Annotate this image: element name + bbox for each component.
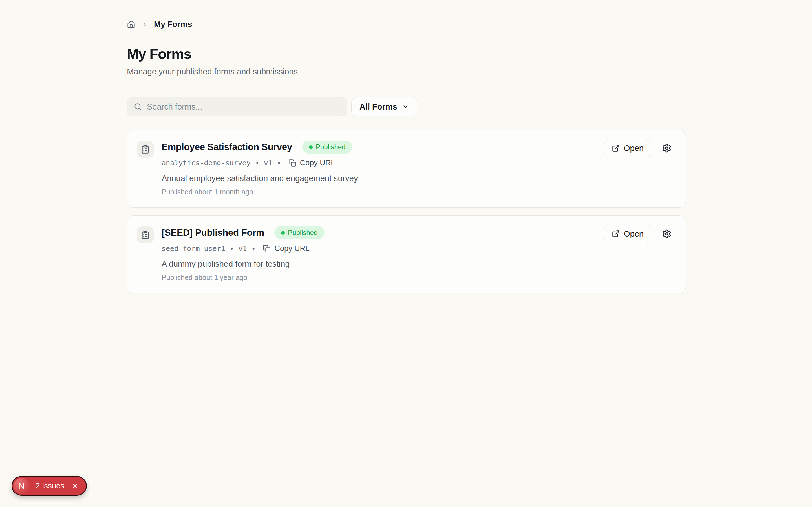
clipboard-icon bbox=[137, 141, 154, 158]
copy-icon bbox=[263, 245, 271, 252]
status-label: Published bbox=[316, 143, 345, 151]
copy-url-button[interactable]: Copy URL bbox=[289, 159, 335, 167]
search-box bbox=[127, 97, 347, 116]
gear-icon bbox=[662, 144, 672, 153]
toolbar: All Forms bbox=[127, 97, 686, 116]
form-title: [SEED] Published Form bbox=[161, 227, 264, 238]
form-slug: seed-form-user1 bbox=[161, 244, 225, 252]
form-title: Employee Satisfaction Survey bbox=[161, 142, 292, 152]
form-card-body: [SEED] Published Form Published seed-for… bbox=[161, 226, 596, 282]
chevron-right-icon bbox=[142, 21, 148, 27]
gear-icon bbox=[662, 229, 672, 238]
copy-url-button[interactable]: Copy URL bbox=[263, 244, 310, 253]
form-settings-button[interactable] bbox=[662, 229, 672, 238]
my-forms-page: { "colors": { "page_background": "#FAF9F… bbox=[0, 0, 812, 507]
issues-count-label: 2 Issues bbox=[36, 482, 64, 490]
external-link-icon bbox=[612, 230, 620, 238]
status-badge: Published bbox=[274, 226, 324, 239]
separator-dot: • bbox=[278, 159, 280, 167]
main-content: My Forms My Forms Manage your published … bbox=[127, 0, 686, 293]
open-label: Open bbox=[624, 229, 644, 238]
status-dot-icon bbox=[281, 231, 285, 235]
home-icon[interactable] bbox=[127, 20, 135, 29]
forms-list: Employee Satisfaction Survey Published a… bbox=[127, 130, 686, 293]
form-card-actions: Open bbox=[604, 139, 672, 157]
external-link-icon bbox=[612, 144, 620, 152]
close-icon[interactable] bbox=[71, 482, 79, 490]
open-label: Open bbox=[624, 144, 644, 153]
copy-url-label: Copy URL bbox=[274, 244, 310, 253]
filter-dropdown[interactable]: All Forms bbox=[351, 97, 417, 116]
form-description: Annual employee satisfaction and engagem… bbox=[161, 174, 596, 183]
form-card: Employee Satisfaction Survey Published a… bbox=[127, 130, 686, 208]
copy-icon bbox=[289, 159, 296, 167]
form-published-date: Published about 1 year ago bbox=[161, 274, 596, 282]
status-dot-icon bbox=[309, 145, 313, 149]
form-card-body: Employee Satisfaction Survey Published a… bbox=[161, 140, 596, 196]
search-input[interactable] bbox=[147, 102, 340, 112]
separator-dot: • bbox=[252, 244, 255, 252]
form-settings-button[interactable] bbox=[662, 144, 672, 153]
clipboard-icon bbox=[137, 226, 154, 243]
nextjs-logo: N bbox=[13, 478, 29, 494]
separator-dot: • bbox=[256, 159, 259, 167]
breadcrumb: My Forms bbox=[127, 0, 686, 29]
dev-issues-indicator[interactable]: N 2 Issues bbox=[11, 476, 87, 496]
open-form-button[interactable]: Open bbox=[604, 225, 651, 243]
form-version: v1 bbox=[264, 159, 272, 167]
form-card: [SEED] Published Form Published seed-for… bbox=[127, 216, 686, 293]
form-version: v1 bbox=[239, 244, 247, 252]
breadcrumb-current: My Forms bbox=[154, 20, 192, 29]
status-badge: Published bbox=[302, 140, 352, 154]
filter-label: All Forms bbox=[359, 102, 397, 112]
chevron-down-icon bbox=[402, 103, 409, 110]
status-label: Published bbox=[288, 229, 317, 237]
open-form-button[interactable]: Open bbox=[604, 139, 651, 157]
copy-url-label: Copy URL bbox=[300, 159, 335, 167]
separator-dot: • bbox=[231, 244, 233, 252]
form-description: A dummy published form for testing bbox=[161, 260, 596, 269]
search-icon bbox=[134, 103, 142, 111]
page-subtitle: Manage your published forms and submissi… bbox=[127, 67, 686, 76]
form-slug: analytics-demo-survey bbox=[161, 159, 251, 167]
page-title: My Forms bbox=[127, 46, 686, 62]
form-published-date: Published about 1 month ago bbox=[161, 188, 596, 196]
form-card-actions: Open bbox=[604, 225, 672, 243]
